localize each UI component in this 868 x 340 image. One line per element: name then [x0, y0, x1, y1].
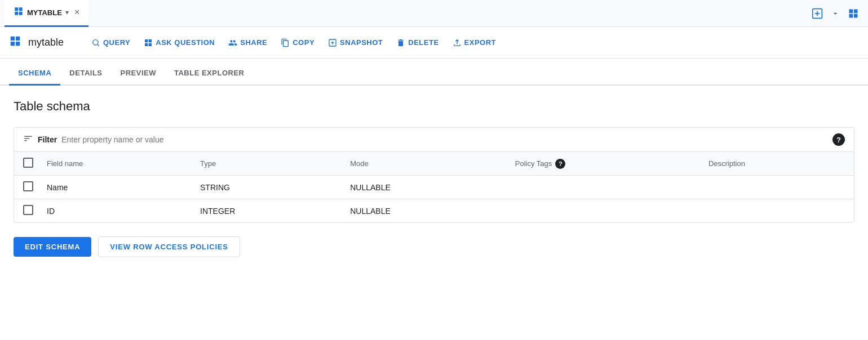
header-checkbox[interactable] — [23, 158, 33, 168]
header-type: Type — [191, 152, 341, 176]
delete-icon — [396, 38, 405, 47]
share-icon — [228, 38, 237, 47]
tab-list: MYTABLE ▾ × — [5, 0, 88, 27]
tab-schema[interactable]: SCHEMA — [9, 62, 60, 86]
mytable-tab[interactable]: MYTABLE ▾ × — [5, 0, 88, 27]
row-name-checkbox[interactable] — [23, 181, 33, 191]
edit-schema-button[interactable]: EDIT SCHEMA — [14, 237, 91, 257]
header-mode: Mode — [341, 152, 506, 176]
row-id-field: ID — [38, 199, 191, 223]
schema-section-title: Table schema — [14, 99, 854, 114]
tab-table-explorer[interactable]: TABLE EXPLORER — [165, 62, 254, 86]
header-row: Field name Type Mode Policy Tags ? Descr… — [14, 152, 854, 176]
tab-dropdown-button[interactable] — [830, 3, 841, 24]
filter-icon — [23, 133, 33, 146]
copy-button[interactable]: COPY — [274, 35, 321, 51]
delete-label: DELETE — [408, 38, 439, 47]
table-list-button[interactable] — [843, 3, 863, 24]
row-id-type: INTEGER — [191, 199, 341, 223]
schema-table: Field name Type Mode Policy Tags ? Descr… — [14, 152, 854, 222]
row-name-policy-tags — [506, 176, 699, 199]
bottom-actions: EDIT SCHEMA VIEW ROW ACCESS POLICIES — [14, 236, 854, 257]
ask-question-label: ASK QUESTION — [156, 38, 215, 47]
row-name-type: STRING — [191, 176, 341, 199]
share-button[interactable]: SHARE — [222, 35, 274, 51]
filter-bar: Filter ? — [14, 128, 854, 152]
add-tab-button[interactable] — [807, 3, 827, 24]
export-button[interactable]: EXPORT — [446, 35, 503, 51]
row-name-field: Name — [38, 176, 191, 199]
schema-table-header: Field name Type Mode Policy Tags ? Descr… — [14, 152, 854, 176]
ask-question-icon — [144, 38, 153, 47]
header-checkbox-cell — [14, 152, 38, 176]
schema-table-body: Name STRING NULLABLE ID INTEGER NULLABLE — [14, 176, 854, 223]
delete-button[interactable]: DELETE — [389, 35, 445, 51]
header-description: Description — [699, 152, 854, 176]
table-title: mytable — [28, 37, 73, 48]
row-name-description — [699, 176, 854, 199]
snapshot-label: SNAPSHOT — [340, 38, 383, 47]
query-button[interactable]: QUERY — [85, 35, 137, 51]
table-row: ID INTEGER NULLABLE — [14, 199, 854, 223]
tab-preview[interactable]: PREVIEW — [112, 62, 165, 86]
filter-help-icon[interactable]: ? — [832, 133, 845, 146]
header-policy-tags: Policy Tags ? — [506, 152, 699, 176]
row-id-mode: NULLABLE — [341, 199, 506, 223]
tab-label: MYTABLE — [27, 8, 62, 17]
schema-container: Filter ? Field name Type Mode Policy Tag… — [14, 127, 854, 223]
snapshot-icon — [328, 38, 337, 47]
tab-dropdown-icon[interactable]: ▾ — [65, 8, 69, 16]
filter-label: Filter — [38, 135, 57, 144]
row-id-policy-tags — [506, 199, 699, 223]
query-icon — [91, 38, 100, 47]
toolbar-actions: QUERY ASK QUESTION SHARE COPY SNAPSHOT D… — [85, 35, 503, 51]
tabs-bar: SCHEMA DETAILS PREVIEW TABLE EXPLORER — [0, 59, 868, 86]
toolbar-table-icon — [9, 35, 21, 50]
top-tab-right-actions — [807, 3, 863, 24]
top-tab-bar: MYTABLE ▾ × — [0, 0, 868, 27]
copy-label: COPY — [293, 38, 315, 47]
tab-close-icon[interactable]: × — [74, 7, 79, 17]
copy-icon — [281, 38, 290, 47]
export-icon — [453, 38, 462, 47]
policy-tags-help-icon[interactable]: ? — [555, 159, 565, 169]
ask-question-button[interactable]: ASK QUESTION — [137, 35, 222, 51]
table-row: Name STRING NULLABLE — [14, 176, 854, 199]
row-name-mode: NULLABLE — [341, 176, 506, 199]
table-grid-icon — [14, 6, 24, 19]
tab-details[interactable]: DETAILS — [60, 62, 111, 86]
header-field-name: Field name — [38, 152, 191, 176]
share-label: SHARE — [240, 38, 267, 47]
row-id-checkbox-cell — [14, 199, 38, 223]
row-id-checkbox[interactable] — [23, 205, 33, 215]
view-row-access-button[interactable]: VIEW ROW ACCESS POLICIES — [98, 236, 240, 257]
filter-input[interactable] — [61, 135, 231, 144]
query-label: QUERY — [103, 38, 130, 47]
row-name-checkbox-cell — [14, 176, 38, 199]
svg-point-3 — [93, 39, 98, 44]
snapshot-button[interactable]: SNAPSHOT — [321, 35, 389, 51]
filter-left: Filter — [23, 133, 231, 146]
row-id-description — [699, 199, 854, 223]
main-content: Table schema Filter ? — [0, 86, 868, 271]
export-label: EXPORT — [464, 38, 496, 47]
toolbar: mytable QUERY ASK QUESTION SHARE COPY SN… — [0, 27, 868, 59]
svg-line-4 — [98, 44, 99, 46]
